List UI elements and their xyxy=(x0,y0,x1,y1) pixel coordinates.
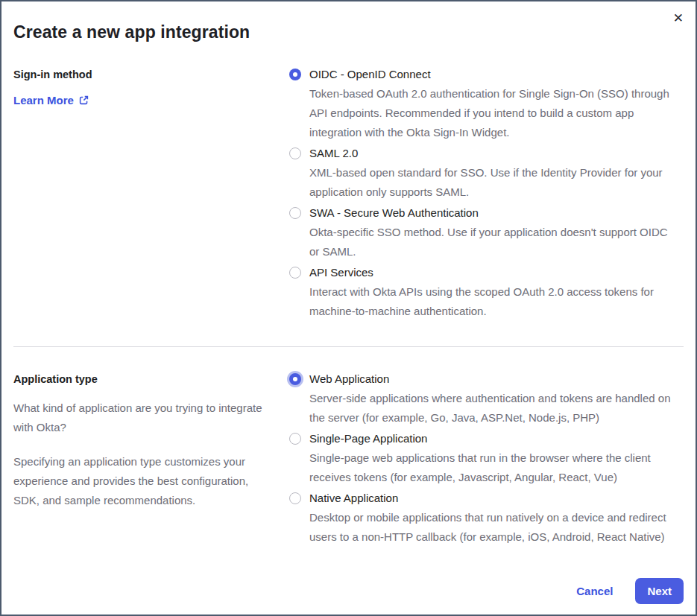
option-saml-label: SAML 2.0 xyxy=(309,145,358,162)
external-link-icon xyxy=(79,95,89,105)
close-icon: ✕ xyxy=(673,11,684,25)
option-web-application: Web Application Server-side applications… xyxy=(289,370,684,428)
signin-method-label: Sign-in method xyxy=(13,66,280,83)
option-oidc-label: OIDC - OpenID Connect xyxy=(309,66,431,83)
learn-more-label: Learn More xyxy=(13,94,74,107)
radio-api-services[interactable]: API Services xyxy=(289,264,684,282)
option-swa-label: SWA - Secure Web Authentication xyxy=(309,204,479,222)
radio-swa[interactable]: SWA - Secure Web Authentication xyxy=(289,204,684,222)
option-saml-description: XML-based open standard for SSO. Use if … xyxy=(309,163,681,202)
radio-unselected-icon[interactable] xyxy=(289,207,301,219)
option-single-page-application-description: Single-page web applications that run in… xyxy=(309,448,681,487)
dialog-header: Create a new app integration xyxy=(13,1,684,42)
option-native-application-description: Desktop or mobile applications that run … xyxy=(309,508,681,547)
dialog-title: Create a new app integration xyxy=(13,22,684,42)
radio-native-application[interactable]: Native Application xyxy=(289,489,684,507)
next-button[interactable]: Next xyxy=(635,578,684,604)
option-saml: SAML 2.0 XML-based open standard for SSO… xyxy=(289,145,684,202)
option-web-application-label: Web Application xyxy=(309,370,389,388)
radio-unselected-icon[interactable] xyxy=(289,492,301,504)
radio-oidc[interactable]: OIDC - OpenID Connect xyxy=(289,66,684,83)
option-oidc-description: Token-based OAuth 2.0 authentication for… xyxy=(309,84,681,142)
radio-single-page-application[interactable]: Single-Page Application xyxy=(289,430,684,448)
signin-method-options: OIDC - OpenID Connect Token-based OAuth … xyxy=(289,66,684,323)
option-native-application-label: Native Application xyxy=(309,489,398,507)
radio-unselected-icon[interactable] xyxy=(289,267,301,279)
learn-more-link[interactable]: Learn More xyxy=(13,94,89,107)
option-api-services: API Services Interact with Okta APIs usi… xyxy=(289,264,684,321)
option-swa: SWA - Secure Web Authentication Okta-spe… xyxy=(289,204,684,261)
radio-selected-icon[interactable] xyxy=(289,69,301,80)
application-type-label: Application type xyxy=(13,370,280,388)
cancel-button[interactable]: Cancel xyxy=(576,585,613,597)
close-button[interactable]: ✕ xyxy=(670,9,687,28)
radio-unselected-icon[interactable] xyxy=(289,433,301,445)
application-type-options: Web Application Server-side applications… xyxy=(289,370,684,549)
application-type-hint: Specifying an application type customize… xyxy=(13,452,273,510)
radio-unselected-icon[interactable] xyxy=(289,147,301,159)
radio-web-application[interactable]: Web Application xyxy=(289,370,684,388)
option-web-application-description: Server-side applications where authentic… xyxy=(309,389,681,428)
signin-method-left-column: Sign-in method Learn More xyxy=(13,66,280,323)
signin-method-section: Sign-in method Learn More OIDC - OpenID … xyxy=(13,66,684,323)
create-app-integration-dialog: ✕ Create a new app integration Sign-in m… xyxy=(1,1,696,615)
option-swa-description: Okta-specific SSO method. Use if your ap… xyxy=(309,223,681,261)
section-divider xyxy=(13,346,684,347)
option-native-application: Native Application Desktop or mobile app… xyxy=(289,489,684,547)
option-single-page-application-label: Single-Page Application xyxy=(309,430,427,448)
application-type-section: Application type What kind of applicatio… xyxy=(13,370,684,549)
option-api-services-label: API Services xyxy=(309,264,373,282)
option-oidc: OIDC - OpenID Connect Token-based OAuth … xyxy=(289,66,684,142)
radio-selected-icon[interactable] xyxy=(289,373,301,385)
option-api-services-description: Interact with Okta APIs using the scoped… xyxy=(309,282,681,321)
option-single-page-application: Single-Page Application Single-page web … xyxy=(289,430,684,487)
application-type-left-column: Application type What kind of applicatio… xyxy=(13,370,280,549)
application-type-question: What kind of application are you trying … xyxy=(13,399,273,437)
dialog-footer: Cancel Next xyxy=(576,578,684,604)
radio-saml[interactable]: SAML 2.0 xyxy=(289,145,684,162)
